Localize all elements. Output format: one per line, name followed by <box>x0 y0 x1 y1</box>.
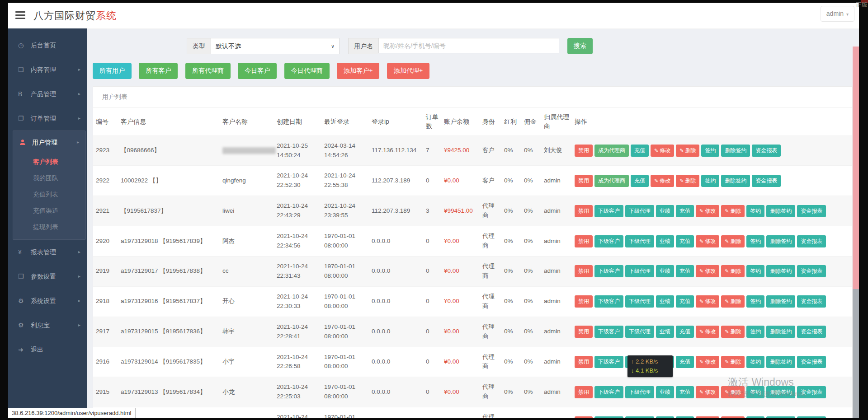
action-button-禁用[interactable]: 禁用 <box>575 205 593 217</box>
action-button-资金报表[interactable]: 资金报表 <box>797 295 826 308</box>
sidebar-item-product[interactable]: Ƀ 产品管理 ▸ <box>8 82 87 106</box>
action-button-业绩[interactable]: 业绩 <box>656 416 674 418</box>
action-button-业绩[interactable]: 业绩 <box>656 386 674 398</box>
action-button-删除签约[interactable]: 删除签约 <box>721 175 750 187</box>
action-button-充值[interactable]: 充值 <box>631 145 649 157</box>
action-button-签约[interactable]: 签约 <box>746 205 764 217</box>
action-button-删除[interactable]: ✎删除 <box>721 295 745 308</box>
action-button-修改[interactable]: ✎修改 <box>651 175 674 187</box>
action-button-下级客户[interactable]: 下级客户 <box>594 326 623 338</box>
action-button-资金报表[interactable]: 资金报表 <box>797 416 826 418</box>
submenu-item-recharge-channel[interactable]: 充值渠道 <box>13 202 85 219</box>
action-button-下级客户[interactable]: 下级客户 <box>594 356 623 368</box>
today-agents-button[interactable]: 今日代理商 <box>284 63 330 79</box>
action-button-修改[interactable]: ✎修改 <box>696 416 719 418</box>
action-button-禁用[interactable]: 禁用 <box>575 356 593 368</box>
action-button-签约[interactable]: 签约 <box>746 265 764 277</box>
submenu-item-customer-list[interactable]: 客户列表 <box>13 154 85 170</box>
action-button-下级代理[interactable]: 下级代理 <box>625 386 654 398</box>
action-button-签约[interactable]: 签约 <box>746 356 764 368</box>
action-button-下级代理[interactable]: 下级代理 <box>625 265 654 277</box>
action-button-资金报表[interactable]: 资金报表 <box>797 235 826 247</box>
action-button-下级代理[interactable]: 下级代理 <box>625 326 654 338</box>
action-button-删除[interactable]: ✎删除 <box>721 265 745 277</box>
action-button-资金报表[interactable]: 资金报表 <box>797 356 826 368</box>
action-button-下级客户[interactable]: 下级客户 <box>594 265 623 277</box>
action-button-充值[interactable]: 充值 <box>676 416 694 418</box>
action-button-资金报表[interactable]: 资金报表 <box>752 175 781 187</box>
action-button-充值[interactable]: 充值 <box>676 295 694 308</box>
action-button-删除[interactable]: ✎删除 <box>721 356 745 368</box>
action-button-修改[interactable]: ✎修改 <box>696 326 719 338</box>
action-button-禁用[interactable]: 禁用 <box>575 175 593 187</box>
action-button-签约[interactable]: 签约 <box>746 416 764 418</box>
action-button-签约[interactable]: 签约 <box>746 235 764 247</box>
action-button-业绩[interactable]: 业绩 <box>656 235 674 247</box>
action-button-充值[interactable]: 充值 <box>631 175 649 187</box>
action-button-删除签约[interactable]: 删除签约 <box>766 205 795 217</box>
action-button-删除[interactable]: ✎删除 <box>721 416 745 418</box>
sidebar-item-dashboard[interactable]: ◷ 后台首页 <box>8 33 87 57</box>
all-users-button[interactable]: 所有用户 <box>93 63 132 79</box>
account-dropdown[interactable]: admin▾ <box>821 6 854 22</box>
all-agents-button[interactable]: 所有代理商 <box>185 63 231 79</box>
action-button-资金报表[interactable]: 资金报表 <box>797 326 826 338</box>
submenu-item-withdraw-list[interactable]: 提现列表 <box>13 219 85 235</box>
action-button-修改[interactable]: ✎修改 <box>651 145 674 157</box>
action-button-业绩[interactable]: 业绩 <box>656 326 674 338</box>
action-button-删除签约[interactable]: 删除签约 <box>766 295 795 308</box>
sidebar-item-params[interactable]: ❒ 参数设置 ▸ <box>8 264 87 289</box>
action-button-删除签约[interactable]: 删除签约 <box>766 416 795 418</box>
action-button-下级客户[interactable]: 下级客户 <box>594 295 623 308</box>
type-select[interactable]: 默认不选 ∨ <box>211 38 340 54</box>
action-button-修改[interactable]: ✎修改 <box>696 265 719 277</box>
page-scrollbar[interactable] <box>853 47 859 418</box>
action-button-删除[interactable]: ✎删除 <box>721 205 745 217</box>
action-button-资金报表[interactable]: 资金报表 <box>797 205 826 217</box>
action-button-成为代理商[interactable]: 成为代理商 <box>594 175 629 187</box>
sidebar-item-system[interactable]: ⚙ 系统设置 ▸ <box>8 289 87 313</box>
action-button-下级代理[interactable]: 下级代理 <box>625 205 654 217</box>
action-button-业绩[interactable]: 业绩 <box>656 205 674 217</box>
action-button-成为代理商[interactable]: 成为代理商 <box>594 145 629 157</box>
action-button-修改[interactable]: ✎修改 <box>696 295 719 308</box>
action-button-充值[interactable]: 充值 <box>676 326 694 338</box>
action-button-签约[interactable]: 签约 <box>746 295 764 308</box>
search-button[interactable]: 搜索 <box>567 38 593 54</box>
action-button-删除签约[interactable]: 删除签约 <box>766 356 795 368</box>
action-button-禁用[interactable]: 禁用 <box>575 295 593 308</box>
action-button-修改[interactable]: ✎修改 <box>696 205 719 217</box>
add-agent-button[interactable]: 添加代理+ <box>387 63 429 79</box>
action-button-充值[interactable]: 充值 <box>676 265 694 277</box>
action-button-签约[interactable]: 签约 <box>746 326 764 338</box>
action-button-充值[interactable]: 充值 <box>676 235 694 247</box>
action-button-下级代理[interactable]: 下级代理 <box>625 416 654 418</box>
action-button-充值[interactable]: 充值 <box>676 386 694 398</box>
action-button-资金报表[interactable]: 资金报表 <box>797 265 826 277</box>
username-input[interactable] <box>378 38 559 53</box>
submenu-item-my-team[interactable]: 我的团队 <box>13 170 85 186</box>
action-button-下级代理[interactable]: 下级代理 <box>625 235 654 247</box>
sidebar-item-users[interactable]: 用户管理 ▸ <box>13 131 85 154</box>
action-button-下级客户[interactable]: 下级客户 <box>594 386 623 398</box>
today-customers-button[interactable]: 今日客户 <box>238 63 277 79</box>
action-button-下级客户[interactable]: 下级客户 <box>594 416 623 418</box>
action-button-资金报表[interactable]: 资金报表 <box>752 145 781 157</box>
sidebar-item-content[interactable]: ❏ 内容管理 ▸ <box>8 57 87 82</box>
action-button-充值[interactable]: 充值 <box>676 356 694 368</box>
action-button-禁用[interactable]: 禁用 <box>575 416 593 418</box>
submenu-item-recharge-list[interactable]: 充值列表 <box>13 186 85 202</box>
action-button-禁用[interactable]: 禁用 <box>575 265 593 277</box>
action-button-签约[interactable]: 签约 <box>701 175 719 187</box>
action-button-禁用[interactable]: 禁用 <box>575 235 593 247</box>
sidebar-item-orders[interactable]: ❐ 订单管理 ▸ <box>8 106 87 131</box>
action-button-删除签约[interactable]: 删除签约 <box>721 145 750 157</box>
action-button-业绩[interactable]: 业绩 <box>656 265 674 277</box>
action-button-修改[interactable]: ✎修改 <box>696 386 719 398</box>
add-customer-button[interactable]: 添加客户+ <box>337 63 379 79</box>
action-button-禁用[interactable]: 禁用 <box>575 386 593 398</box>
menu-toggle-icon[interactable] <box>15 11 25 19</box>
sidebar-item-interest[interactable]: ⚙ 利息宝 ▸ <box>8 313 87 337</box>
sidebar-item-logout[interactable]: ➜ 退出 <box>8 337 87 362</box>
sidebar-item-reports[interactable]: ¥ 报表管理 ▸ <box>8 240 87 264</box>
